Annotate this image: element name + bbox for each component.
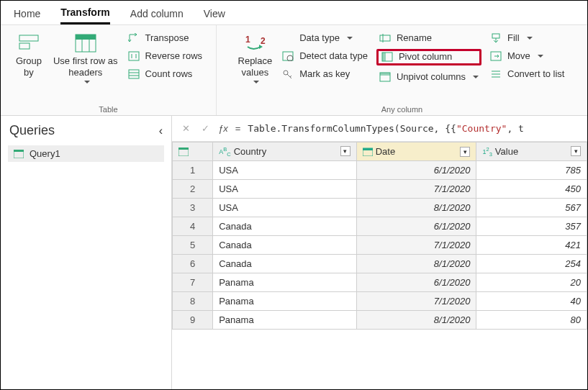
row-number[interactable]: 2 <box>173 180 213 199</box>
row-number[interactable]: 7 <box>173 273 213 292</box>
cell-date[interactable]: 6/1/2020 <box>356 161 476 180</box>
workspace: Queries ‹ Query1 ✕ ✓ ƒx = Table.Transfor… <box>1 116 587 389</box>
column-header-country[interactable]: ABC Country ▾ <box>213 142 356 161</box>
count-rows-icon <box>128 69 141 79</box>
cell-country[interactable]: USA <box>213 180 356 199</box>
table-row[interactable]: 5Canada7/1/2020421 <box>173 236 587 255</box>
mark-as-key-label: Mark as key <box>299 68 350 79</box>
cell-date[interactable]: 8/1/2020 <box>356 311 476 330</box>
unpivot-columns-button[interactable]: Unpivot columns <box>376 70 481 83</box>
cell-date[interactable]: 6/1/2020 <box>356 217 476 236</box>
cell-value[interactable]: 450 <box>476 180 587 199</box>
cell-country[interactable]: USA <box>213 161 356 180</box>
cell-date[interactable]: 6/1/2020 <box>356 273 476 292</box>
column-filter-value[interactable]: ▾ <box>571 146 581 156</box>
tab-home[interactable]: Home <box>14 8 40 24</box>
cell-value[interactable]: 421 <box>476 236 587 255</box>
cell-value[interactable]: 80 <box>476 311 587 330</box>
count-rows-button[interactable]: Count rows <box>125 67 205 81</box>
table-headers-icon <box>75 31 96 55</box>
cell-date[interactable]: 7/1/2020 <box>356 236 476 255</box>
convert-to-list-button[interactable]: Convert to list <box>487 67 567 81</box>
cell-value[interactable]: 567 <box>476 199 587 217</box>
cell-date[interactable]: 8/1/2020 <box>356 199 476 217</box>
group-table-label: Table <box>99 104 117 114</box>
cell-value[interactable]: 785 <box>476 161 587 180</box>
cell-country[interactable]: Canada <box>213 217 356 236</box>
svg-rect-15 <box>380 35 390 41</box>
row-number[interactable]: 6 <box>173 255 213 273</box>
table-row[interactable]: 1USA6/1/2020785 <box>173 161 587 180</box>
move-button[interactable]: Move <box>487 49 567 63</box>
column-header-value[interactable]: 123 Value ▾ <box>476 142 587 161</box>
table-row[interactable]: 2USA7/1/2020450 <box>173 180 587 199</box>
collapse-pane-icon[interactable]: ‹ <box>159 124 163 137</box>
cell-value[interactable]: 254 <box>476 255 587 273</box>
cell-country[interactable]: Panama <box>213 273 356 292</box>
svg-rect-27 <box>14 150 24 152</box>
group-by-label: Group by <box>16 55 42 79</box>
svg-rect-7 <box>129 70 139 78</box>
table-row[interactable]: 9Panama8/1/202080 <box>173 311 587 330</box>
row-number[interactable]: 5 <box>173 236 213 255</box>
cell-value[interactable]: 40 <box>476 292 587 311</box>
cell-country[interactable]: Canada <box>213 255 356 273</box>
table-row[interactable]: 8Panama7/1/202040 <box>173 292 587 311</box>
row-number[interactable]: 9 <box>173 311 213 330</box>
cell-date[interactable]: 7/1/2020 <box>356 180 476 199</box>
transpose-icon <box>128 33 141 43</box>
reverse-rows-button[interactable]: Reverse rows <box>125 49 205 63</box>
cell-country[interactable]: Panama <box>213 311 356 330</box>
data-type-button[interactable]: Data type <box>279 31 371 45</box>
cell-country[interactable]: Panama <box>213 292 356 311</box>
replace-values-button[interactable]: 12 Replace values <box>234 28 277 88</box>
fx-icon[interactable]: ƒx <box>218 123 228 134</box>
tab-add-column[interactable]: Add column <box>130 8 184 24</box>
column-header-date[interactable]: Date ▾ <box>356 142 476 161</box>
column-filter-country[interactable]: ▾ <box>340 146 350 156</box>
tab-view[interactable]: View <box>204 8 225 24</box>
detect-data-type-button[interactable]: Detect data type <box>279 49 371 63</box>
formula-text[interactable]: Table.TransformColumnTypes(Source, {{"Co… <box>248 123 524 134</box>
tab-transform[interactable]: Transform <box>60 6 109 24</box>
query-item[interactable]: Query1 <box>8 145 164 162</box>
queries-title: Queries <box>9 123 55 138</box>
cell-value[interactable]: 20 <box>476 273 587 292</box>
mark-as-key-button[interactable]: Mark as key <box>279 67 371 81</box>
use-first-row-button[interactable]: Use first row as headers <box>49 28 122 88</box>
formula-prefix: Table.TransformColumnTypes(Source, {{ <box>248 123 456 134</box>
convert-to-list-label: Convert to list <box>507 68 564 79</box>
table-row[interactable]: 3USA8/1/2020567 <box>173 199 587 217</box>
grid-corner[interactable] <box>173 142 213 161</box>
table-row[interactable]: 4Canada6/1/2020357 <box>173 217 587 236</box>
cell-date[interactable]: 8/1/2020 <box>356 255 476 273</box>
equals-label: = <box>234 123 243 134</box>
row-number[interactable]: 3 <box>173 199 213 217</box>
cell-date[interactable]: 7/1/2020 <box>356 292 476 311</box>
group-by-button[interactable]: Group by <box>9 28 49 82</box>
cell-value[interactable]: 357 <box>476 217 587 236</box>
row-number[interactable]: 1 <box>173 161 213 180</box>
cancel-formula-icon[interactable]: ✕ <box>179 123 193 134</box>
replace-values-label: Replace values <box>238 55 273 79</box>
row-number[interactable]: 4 <box>173 217 213 236</box>
table-row[interactable]: 6Canada8/1/2020254 <box>173 255 587 273</box>
rename-button[interactable]: Rename <box>376 31 481 45</box>
number-type-icon: 123 <box>482 146 492 158</box>
move-label: Move <box>507 50 530 61</box>
commit-formula-icon[interactable]: ✓ <box>199 123 212 134</box>
main-pane: ✕ ✓ ƒx = Table.TransformColumnTypes(Sour… <box>172 116 587 389</box>
transpose-button[interactable]: Transpose <box>125 31 205 45</box>
cell-country[interactable]: Canada <box>213 236 356 255</box>
column-header-value-label: Value <box>495 146 518 157</box>
column-filter-date[interactable]: ▾ <box>460 147 470 157</box>
ribbon: Group by Use first row as headers Transp… <box>1 25 587 116</box>
pivot-column-button[interactable]: Pivot column <box>376 49 481 65</box>
unpivot-columns-label: Unpivot columns <box>397 71 466 82</box>
cell-country[interactable]: USA <box>213 199 356 217</box>
use-first-row-label: Use first row as headers <box>53 55 118 79</box>
row-number[interactable]: 8 <box>173 292 213 311</box>
table-row[interactable]: 7Panama6/1/202020 <box>173 273 587 292</box>
svg-rect-3 <box>76 35 96 40</box>
fill-button[interactable]: Fill <box>487 31 567 45</box>
